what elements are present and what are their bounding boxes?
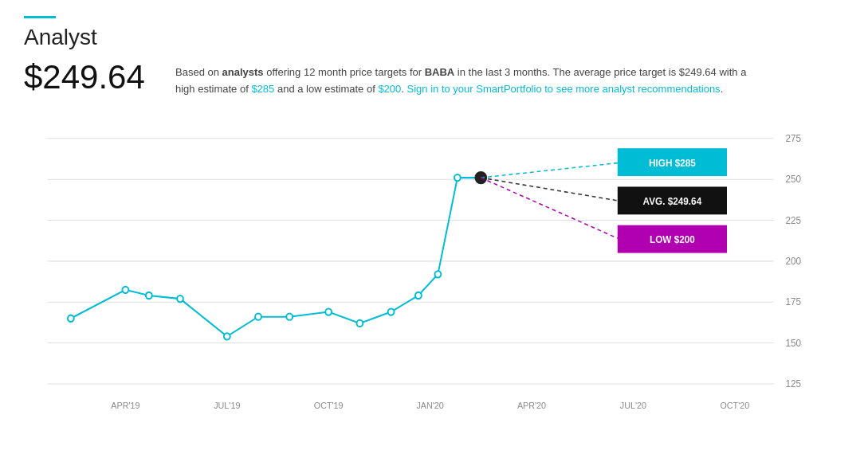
svg-text:225: 225 xyxy=(786,214,802,225)
chart-point xyxy=(146,292,152,298)
svg-text:175: 175 xyxy=(786,296,802,307)
chart-point xyxy=(388,308,395,315)
svg-text:125: 125 xyxy=(786,378,802,389)
main-container: Analyst $249.64 Based on analysts offeri… xyxy=(0,0,868,425)
accent-bar xyxy=(24,16,56,18)
chart-svg: 275 250 225 200 175 150 125 APR'19 JUL'1… xyxy=(24,114,844,417)
high-callout-text: HIGH $285 xyxy=(649,157,696,168)
avg-dashed-line xyxy=(481,178,618,201)
high-dashed-line xyxy=(481,162,618,177)
chart-point xyxy=(356,319,363,326)
svg-text:150: 150 xyxy=(786,337,802,348)
low-callout-text: LOW $200 xyxy=(650,234,695,245)
svg-text:JAN'20: JAN'20 xyxy=(416,400,443,409)
svg-text:OCT'19: OCT'19 xyxy=(314,400,344,409)
high-link[interactable]: $285 xyxy=(251,83,274,95)
svg-text:250: 250 xyxy=(786,174,802,185)
low-dashed-line xyxy=(481,178,618,238)
avg-callout-text: AVG. $249.64 xyxy=(643,195,702,206)
chart-point xyxy=(325,308,332,315)
chart-point xyxy=(434,271,441,277)
chart-point xyxy=(224,333,230,339)
svg-text:OCT'20: OCT'20 xyxy=(720,400,749,409)
chart-point xyxy=(68,315,74,321)
description-text: Based on analysts offering 12 month pric… xyxy=(175,58,749,98)
price-line xyxy=(71,178,481,336)
chart-point xyxy=(286,313,293,319)
page-title: Analyst xyxy=(24,25,844,50)
svg-text:JUL'20: JUL'20 xyxy=(620,400,646,409)
chart-point xyxy=(122,286,128,292)
analyst-price: $249.64 xyxy=(24,58,151,96)
smartportfolio-link[interactable]: Sign in to your SmartPortfolio to see mo… xyxy=(407,83,721,95)
price-desc-row: $249.64 Based on analysts offering 12 mo… xyxy=(24,58,844,98)
chart-point xyxy=(454,174,461,181)
chart-point xyxy=(255,313,261,319)
chart-point xyxy=(415,292,422,298)
low-link[interactable]: $200 xyxy=(378,83,401,95)
chart-area: 275 250 225 200 175 150 125 APR'19 JUL'1… xyxy=(24,114,844,417)
svg-text:200: 200 xyxy=(786,255,802,266)
chart-point xyxy=(177,296,183,302)
svg-text:JUL'19: JUL'19 xyxy=(214,400,240,409)
svg-text:APR'19: APR'19 xyxy=(111,400,139,409)
svg-text:APR'20: APR'20 xyxy=(517,400,546,409)
svg-text:275: 275 xyxy=(786,132,802,143)
